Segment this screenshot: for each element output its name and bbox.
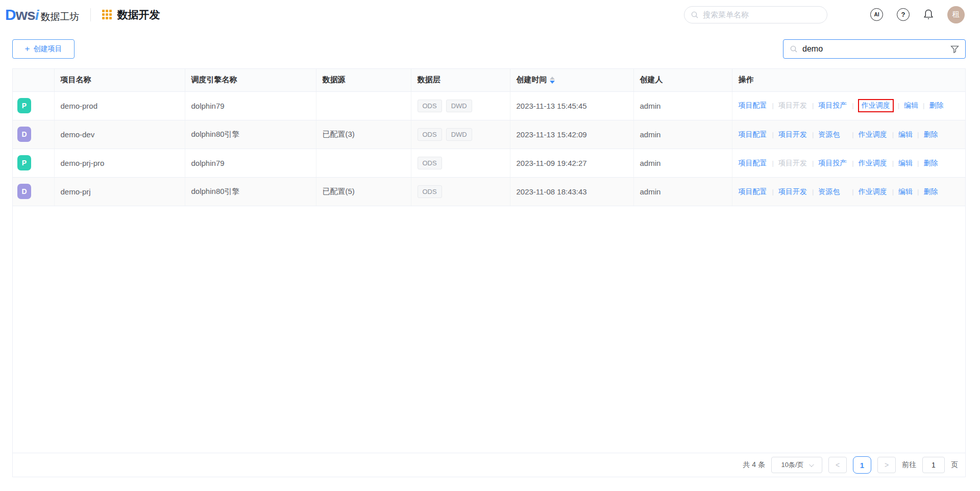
action-link[interactable]: 编辑 (898, 187, 913, 197)
action-separator: | (917, 159, 919, 167)
action-separator: | (812, 159, 814, 167)
header-divider (90, 8, 91, 21)
action-link: 项目开发 (778, 101, 807, 110)
creator-cell: admin (633, 91, 732, 120)
sort-caret[interactable] (550, 77, 555, 84)
logo-letters-ws: ws (16, 6, 35, 23)
menu-search-input[interactable] (703, 10, 821, 19)
project-type-badge: P (17, 155, 31, 170)
column-header-engine: 调度引擎名称 (185, 69, 316, 91)
search-icon (691, 11, 699, 19)
project-type-cell: P (13, 149, 54, 177)
action-link[interactable]: 项目开发 (778, 130, 807, 139)
app-logo[interactable]: Dwsi 数据工坊 (5, 6, 79, 23)
table-empty-space (13, 206, 965, 453)
action-link[interactable]: 删除 (923, 130, 938, 139)
project-name-cell: demo-prj-pro (54, 149, 185, 177)
ai-assistant-icon[interactable]: AI (870, 8, 883, 21)
action-link[interactable]: 作业调度 (859, 130, 888, 139)
action-separator: | (892, 159, 894, 167)
page-size-select[interactable]: 10条/页 (771, 457, 822, 473)
app-menu[interactable]: 数据开发 (102, 8, 160, 22)
project-name-cell: demo-prj (54, 177, 185, 206)
action-link[interactable]: 编辑 (898, 159, 913, 168)
current-page-button[interactable]: 1 (853, 456, 871, 474)
project-filter-box[interactable] (783, 39, 966, 59)
project-type-cell: D (13, 177, 54, 206)
action-separator: | (772, 159, 774, 167)
user-avatar[interactable]: 租 (947, 6, 965, 23)
datasource-cell: 已配置(3) (316, 120, 411, 149)
page-title: 数据开发 (117, 8, 160, 22)
action-separator: | (852, 159, 853, 167)
action-link[interactable]: 资源包 (818, 130, 847, 139)
action-link[interactable]: 编辑 (904, 101, 918, 110)
action-link[interactable]: 项目配置 (739, 159, 768, 168)
goto-label: 前往 (902, 460, 916, 470)
prev-page-button[interactable]: < (828, 457, 847, 473)
action-link[interactable]: 项目投产 (818, 159, 847, 168)
layer-tag: DWD (446, 100, 472, 112)
action-link[interactable]: 作业调度 (858, 99, 894, 112)
chevron-down-icon (808, 462, 814, 467)
column-header-datasource: 数据源 (316, 69, 411, 91)
action-link[interactable]: 作业调度 (859, 159, 888, 168)
action-link[interactable]: 删除 (923, 159, 938, 168)
column-header-created: 创建时间 (510, 69, 633, 91)
engine-name-cell: dolphin80引擎 (185, 120, 316, 149)
datasource-cell (316, 149, 411, 177)
action-separator: | (852, 102, 853, 109)
creator-cell: admin (633, 177, 732, 206)
create-project-button[interactable]: + 创建项目 (12, 39, 75, 59)
datasource-cell (316, 91, 411, 120)
action-link[interactable]: 项目配置 (739, 101, 768, 110)
column-header-creator: 创建人 (633, 69, 732, 91)
column-label: 操作 (739, 75, 754, 84)
column-label: 调度引擎名称 (191, 75, 237, 84)
page-unit-label: 页 (951, 460, 958, 470)
notification-bell-icon[interactable] (923, 9, 934, 20)
engine-name-cell: dolphin79 (185, 149, 316, 177)
menu-search-box[interactable] (684, 6, 827, 23)
creator-cell: admin (633, 149, 732, 177)
help-icon[interactable]: ? (897, 8, 910, 21)
action-link[interactable]: 项目开发 (778, 187, 807, 197)
action-separator: | (772, 188, 774, 195)
layer-tag: ODS (418, 185, 442, 198)
table-row: Ddemo-prjdolphin80引擎已配置(5)ODS2023-11-08 … (13, 177, 965, 206)
action-link[interactable]: 资源包 (818, 187, 847, 197)
top-header: Dwsi 数据工坊 数据开发 AI ? 租 (0, 0, 980, 29)
layer-tag: ODS (418, 128, 442, 141)
page-size-value: 10条/页 (781, 460, 803, 470)
action-separator: | (852, 131, 853, 138)
column-header-name: 项目名称 (54, 69, 185, 91)
goto-page-input[interactable] (922, 457, 945, 473)
filter-funnel-icon[interactable] (950, 45, 959, 54)
action-link[interactable]: 删除 (929, 101, 943, 110)
plus-icon: + (25, 44, 30, 54)
project-filter-input[interactable] (802, 44, 950, 54)
action-link[interactable]: 项目投产 (818, 101, 847, 110)
action-link: 项目开发 (778, 159, 807, 168)
datalayer-cell: ODS (411, 149, 510, 177)
project-type-cell: P (13, 91, 54, 120)
action-link[interactable]: 作业调度 (859, 187, 888, 197)
sort-descending-icon[interactable] (550, 81, 555, 84)
logo-letter-i: i (35, 7, 39, 23)
action-link[interactable]: 项目配置 (739, 130, 768, 139)
action-link[interactable]: 编辑 (898, 130, 913, 139)
action-separator: | (852, 188, 853, 195)
sort-ascending-icon[interactable] (550, 77, 555, 80)
action-link[interactable]: 删除 (923, 187, 938, 197)
project-name-cell: demo-dev (54, 120, 185, 149)
next-page-button[interactable]: > (877, 457, 896, 473)
actions-cell: 项目配置|项目开发|资源包|作业调度|编辑|删除 (732, 177, 965, 206)
action-link[interactable]: 项目配置 (739, 187, 768, 197)
action-separator: | (812, 131, 814, 138)
table-row: Ddemo-devdolphin80引擎已配置(3)ODSDWD2023-11-… (13, 120, 965, 149)
datalayer-cell: ODSDWD (411, 120, 510, 149)
action-separator: | (923, 102, 924, 109)
datasource-cell: 已配置(5) (316, 177, 411, 206)
action-separator: | (917, 188, 919, 195)
pagination-bar: 共 4 条 10条/页 < 1 > 前往 页 (13, 453, 965, 477)
